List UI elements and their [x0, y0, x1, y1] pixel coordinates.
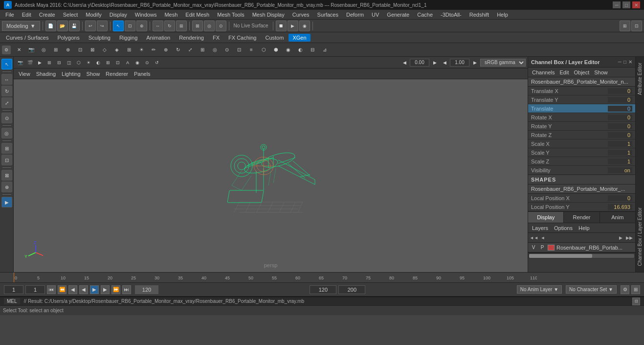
rotate-z-value[interactable]: 0 [608, 132, 632, 138]
scale-z-value[interactable]: 1 [608, 159, 632, 164]
module-fx-caching[interactable]: FX Caching [224, 34, 260, 42]
module-rendering[interactable]: Rendering [175, 34, 208, 42]
grid-icon[interactable]: ⊞ [123, 44, 135, 56]
gamma-decrease-icon[interactable]: ◀ [440, 58, 449, 67]
render-view-button[interactable]: 🔲 [276, 21, 287, 31]
select-tool-left-button[interactable]: ↖ [1, 59, 12, 69]
menu-uv[interactable]: UV [368, 11, 382, 19]
attribute-editor-tab[interactable]: Attribute Editor [636, 59, 644, 99]
options-menu[interactable]: Options [552, 224, 575, 232]
camera-icon[interactable]: 📷 [25, 44, 37, 56]
vp-hud-icon[interactable]: ⊡ [113, 58, 122, 67]
menu-3dto[interactable]: -3DtoAll- [437, 11, 465, 19]
translate-x-row[interactable]: Translate X 0 [528, 87, 635, 95]
scale-tool-left-button[interactable]: ⤢ [1, 97, 12, 108]
menu-display[interactable]: Display [106, 11, 131, 19]
translate-z-value[interactable]: 0 [608, 106, 632, 112]
isolate-button[interactable]: ⊡ [1, 155, 12, 165]
shapes-icon[interactable]: ◇ [99, 44, 111, 56]
script-execute-button[interactable]: ⊡ [632, 298, 640, 305]
gamma-input[interactable] [450, 59, 469, 67]
menu-mesh-tools[interactable]: Mesh Tools [214, 11, 247, 19]
wire-icon[interactable]: ⬡ [258, 44, 269, 56]
bevel-icon[interactable]: ⊿ [319, 44, 331, 56]
render-button[interactable]: ▶ [288, 21, 298, 31]
layer-up-icon[interactable]: ▶ [617, 234, 624, 242]
scale-x-value[interactable]: 1 [608, 141, 632, 147]
translate-y-value[interactable]: 0 [608, 97, 632, 103]
sym-icon[interactable]: ⊡ [233, 44, 245, 56]
vp-menu-view[interactable]: View [17, 70, 32, 78]
vp-col-icon[interactable]: ⊙ [143, 58, 152, 67]
module-xgen[interactable]: XGen [289, 34, 310, 42]
tab-render[interactable]: Render [564, 212, 600, 223]
vp-shadow-icon[interactable]: ◐ [94, 58, 103, 67]
layer-delete-icon[interactable]: ◄ [539, 234, 547, 242]
local-pos-y-value[interactable]: 16.693 [608, 204, 632, 210]
vp-menu-show[interactable]: Show [85, 70, 102, 78]
range-start-input[interactable] [25, 285, 45, 294]
snap-button[interactable]: ⊕ [136, 21, 147, 31]
lasso-select-button[interactable]: ⊡ [125, 21, 135, 31]
workspace-dropdown[interactable]: Modeling ▼ [2, 21, 40, 31]
channel-box-expand-icon[interactable]: □ [623, 59, 626, 65]
cb-show-menu[interactable]: Show [592, 69, 610, 76]
toolbar-settings-button[interactable]: ⚙ [2, 46, 11, 54]
snap-curve-button[interactable]: ◎ [204, 21, 215, 31]
module-polygons[interactable]: Polygons [53, 34, 83, 42]
move-tool-left-button[interactable]: ↔ [1, 74, 12, 85]
prev-frame-button[interactable]: ◀ [68, 285, 77, 294]
ortho-icon[interactable]: ⊞ [50, 44, 62, 56]
rotate-x-row[interactable]: Rotate X 0 [528, 113, 635, 122]
vp-wire-icon[interactable]: ⊞ [45, 58, 54, 67]
layout-button[interactable]: ⊡ [631, 21, 642, 31]
pivot-icon[interactable]: ◎ [209, 44, 221, 56]
anim-controls-button[interactable]: ⊞ [631, 285, 640, 294]
scale-x-row[interactable]: Scale X 1 [528, 139, 635, 148]
rotate-x-value[interactable]: 0 [608, 115, 632, 120]
paint-icon[interactable]: ✏ [148, 44, 159, 56]
anim-total-input[interactable] [338, 285, 365, 294]
exposure-increase-icon[interactable]: ▶ [430, 58, 439, 67]
menu-mesh-display[interactable]: Mesh Display [249, 11, 288, 19]
rotate-tool-left-button[interactable]: ↻ [1, 86, 12, 96]
menu-generate[interactable]: Generate [383, 11, 413, 19]
vp-camera-icon[interactable]: 📷 [16, 58, 24, 67]
minimize-button[interactable]: ─ [613, 1, 621, 8]
layers-menu[interactable]: Layers [530, 224, 550, 232]
layer-color-swatch[interactable] [548, 245, 555, 251]
go-to-start-button[interactable]: ⏮ [47, 285, 56, 294]
vp-light-icon[interactable]: ☀ [84, 58, 93, 67]
next-frame-button[interactable]: ⏩ [111, 285, 120, 294]
module-custom[interactable]: Custom [262, 34, 288, 42]
exposure-input[interactable] [410, 59, 429, 67]
render-left-button[interactable]: ▶ [1, 197, 12, 207]
layer-scroll-bar[interactable] [528, 253, 635, 258]
new-file-button[interactable]: 📄 [45, 21, 56, 31]
translate-y-row[interactable]: Translate Y 0 [528, 95, 635, 104]
vp-menu-renderer[interactable]: Renderer [104, 70, 130, 78]
menu-edit[interactable]: Edit [19, 11, 35, 19]
translate-x-value[interactable]: 0 [608, 88, 632, 94]
menu-cache[interactable]: Cache [414, 11, 436, 19]
rot2-icon[interactable]: ↻ [172, 44, 184, 56]
menu-windows[interactable]: Windows [132, 11, 160, 19]
vp-aa-icon[interactable]: A [123, 58, 132, 67]
scale-y-value[interactable]: 1 [608, 150, 632, 156]
close-button[interactable]: ✕ [632, 1, 640, 8]
objects-icon[interactable]: ⊠ [87, 44, 98, 56]
range-bar[interactable] [135, 285, 158, 294]
vp-play-icon[interactable]: ▶ [35, 58, 44, 67]
move-tool-button[interactable]: ↔ [153, 21, 163, 31]
help-menu[interactable]: Help [577, 224, 592, 232]
display-settings-button[interactable]: ⊞ [620, 21, 630, 31]
grid2-icon[interactable]: ⊟ [307, 44, 318, 56]
rotate-z-row[interactable]: Rotate Z 0 [528, 131, 635, 139]
vp-reset-icon[interactable]: ↺ [153, 58, 161, 67]
vp-grid-icon[interactable]: ⊞ [104, 58, 112, 67]
menu-curves[interactable]: Curves [289, 11, 313, 19]
scale-y-row[interactable]: Scale Y 1 [528, 148, 635, 157]
rotate-y-row[interactable]: Rotate Y 0 [528, 122, 635, 131]
xformall-icon[interactable]: ⊞ [197, 44, 208, 56]
persp-icon[interactable]: ◎ [38, 44, 49, 56]
